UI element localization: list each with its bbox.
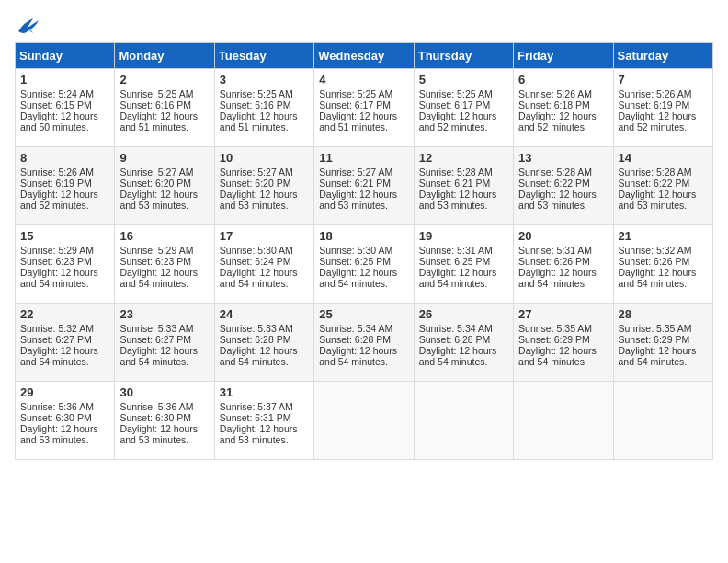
sunrise-text: Sunrise: 5:35 AM bbox=[619, 323, 692, 334]
header-row: SundayMondayTuesdayWednesdayThursdayFrid… bbox=[16, 43, 713, 69]
logo-icon bbox=[15, 15, 40, 35]
calendar-cell: 22Sunrise: 5:32 AMSunset: 6:27 PMDayligh… bbox=[16, 304, 115, 382]
sunset-text: Sunset: 6:27 PM bbox=[119, 334, 191, 345]
week-row-2: 8Sunrise: 5:26 AMSunset: 6:19 PMDaylight… bbox=[16, 147, 713, 225]
sunset-text: Sunset: 6:21 PM bbox=[419, 178, 491, 189]
day-number: 25 bbox=[319, 307, 408, 321]
sunrise-text: Sunrise: 5:25 AM bbox=[119, 88, 193, 99]
calendar-cell: 30Sunrise: 5:36 AMSunset: 6:30 PMDayligh… bbox=[115, 382, 214, 460]
sunset-text: Sunset: 6:19 PM bbox=[20, 178, 92, 189]
sunset-text: Sunset: 6:28 PM bbox=[419, 334, 491, 345]
sunrise-text: Sunrise: 5:36 AM bbox=[119, 401, 193, 412]
day-number: 6 bbox=[518, 73, 608, 86]
day-number: 22 bbox=[20, 307, 109, 321]
daylight-text: Daylight: 12 hours and 54 minutes. bbox=[619, 267, 697, 289]
week-row-1: 1Sunrise: 5:24 AMSunset: 6:15 PMDaylight… bbox=[16, 69, 713, 147]
daylight-text: Daylight: 12 hours and 53 minutes. bbox=[119, 189, 198, 211]
calendar-cell: 16Sunrise: 5:29 AMSunset: 6:23 PMDayligh… bbox=[115, 225, 214, 304]
calendar-cell: 19Sunrise: 5:31 AMSunset: 6:25 PMDayligh… bbox=[414, 225, 513, 304]
daylight-text: Daylight: 12 hours and 54 minutes. bbox=[119, 345, 198, 367]
sunrise-text: Sunrise: 5:29 AM bbox=[119, 245, 193, 256]
daylight-text: Daylight: 12 hours and 54 minutes. bbox=[518, 267, 597, 289]
daylight-text: Daylight: 12 hours and 54 minutes. bbox=[319, 267, 397, 289]
day-number: 13 bbox=[518, 151, 608, 165]
day-number: 1 bbox=[20, 73, 109, 86]
daylight-text: Daylight: 12 hours and 54 minutes. bbox=[20, 345, 98, 367]
day-number: 18 bbox=[319, 229, 408, 243]
sunrise-text: Sunrise: 5:24 AM bbox=[20, 88, 94, 99]
daylight-text: Daylight: 12 hours and 52 minutes. bbox=[619, 110, 697, 132]
sunrise-text: Sunrise: 5:27 AM bbox=[220, 167, 293, 178]
week-row-5: 29Sunrise: 5:36 AMSunset: 6:30 PMDayligh… bbox=[16, 382, 713, 460]
day-number: 2 bbox=[119, 73, 209, 86]
day-number: 12 bbox=[419, 151, 508, 165]
sunrise-text: Sunrise: 5:28 AM bbox=[518, 167, 592, 178]
day-number: 4 bbox=[319, 73, 408, 86]
daylight-text: Daylight: 12 hours and 53 minutes. bbox=[220, 423, 298, 445]
sunset-text: Sunset: 6:19 PM bbox=[619, 99, 690, 110]
sunset-text: Sunset: 6:20 PM bbox=[220, 178, 291, 189]
sunrise-text: Sunrise: 5:25 AM bbox=[319, 88, 392, 99]
sunrise-text: Sunrise: 5:25 AM bbox=[220, 88, 293, 99]
day-number: 24 bbox=[220, 307, 309, 321]
day-number: 7 bbox=[619, 73, 708, 86]
sunrise-text: Sunrise: 5:30 AM bbox=[220, 245, 293, 256]
sunrise-text: Sunrise: 5:29 AM bbox=[20, 245, 94, 256]
sunrise-text: Sunrise: 5:32 AM bbox=[20, 323, 94, 334]
sunrise-text: Sunrise: 5:31 AM bbox=[419, 245, 493, 256]
calendar-body: 1Sunrise: 5:24 AMSunset: 6:15 PMDaylight… bbox=[16, 69, 713, 460]
calendar-cell bbox=[314, 382, 414, 460]
calendar-cell: 5Sunrise: 5:25 AMSunset: 6:17 PMDaylight… bbox=[414, 69, 513, 147]
calendar-cell: 13Sunrise: 5:28 AMSunset: 6:22 PMDayligh… bbox=[514, 147, 613, 225]
daylight-text: Daylight: 12 hours and 52 minutes. bbox=[518, 110, 597, 132]
sunset-text: Sunset: 6:23 PM bbox=[119, 256, 191, 267]
sunrise-text: Sunrise: 5:28 AM bbox=[619, 167, 692, 178]
calendar-cell: 23Sunrise: 5:33 AMSunset: 6:27 PMDayligh… bbox=[115, 304, 214, 382]
day-number: 5 bbox=[419, 73, 508, 86]
calendar-cell: 28Sunrise: 5:35 AMSunset: 6:29 PMDayligh… bbox=[613, 304, 712, 382]
daylight-text: Daylight: 12 hours and 54 minutes. bbox=[319, 345, 397, 367]
day-number: 20 bbox=[518, 229, 608, 243]
daylight-text: Daylight: 12 hours and 54 minutes. bbox=[518, 345, 597, 367]
day-number: 16 bbox=[119, 229, 209, 243]
day-number: 10 bbox=[220, 151, 309, 165]
day-number: 11 bbox=[319, 151, 408, 165]
column-header-friday: Friday bbox=[514, 43, 613, 69]
day-number: 8 bbox=[20, 151, 109, 165]
calendar-cell: 12Sunrise: 5:28 AMSunset: 6:21 PMDayligh… bbox=[414, 147, 513, 225]
calendar-cell: 7Sunrise: 5:26 AMSunset: 6:19 PMDaylight… bbox=[613, 69, 712, 147]
week-row-3: 15Sunrise: 5:29 AMSunset: 6:23 PMDayligh… bbox=[16, 225, 713, 304]
day-number: 3 bbox=[220, 73, 309, 86]
day-number: 30 bbox=[119, 385, 209, 399]
day-number: 28 bbox=[619, 307, 708, 321]
column-header-monday: Monday bbox=[115, 43, 214, 69]
sunset-text: Sunset: 6:30 PM bbox=[20, 412, 92, 423]
calendar-header: SundayMondayTuesdayWednesdayThursdayFrid… bbox=[16, 43, 713, 69]
day-number: 9 bbox=[119, 151, 209, 165]
column-header-thursday: Thursday bbox=[414, 43, 513, 69]
calendar-cell: 24Sunrise: 5:33 AMSunset: 6:28 PMDayligh… bbox=[214, 304, 313, 382]
sunset-text: Sunset: 6:20 PM bbox=[119, 178, 191, 189]
sunset-text: Sunset: 6:25 PM bbox=[419, 256, 491, 267]
sunset-text: Sunset: 6:16 PM bbox=[119, 99, 191, 110]
sunset-text: Sunset: 6:30 PM bbox=[119, 412, 191, 423]
page-container: SundayMondayTuesdayWednesdayThursdayFrid… bbox=[15, 15, 713, 460]
sunrise-text: Sunrise: 5:32 AM bbox=[619, 245, 692, 256]
sunrise-text: Sunrise: 5:25 AM bbox=[419, 88, 493, 99]
calendar-cell: 17Sunrise: 5:30 AMSunset: 6:24 PMDayligh… bbox=[214, 225, 313, 304]
calendar-cell: 11Sunrise: 5:27 AMSunset: 6:21 PMDayligh… bbox=[314, 147, 414, 225]
sunrise-text: Sunrise: 5:34 AM bbox=[319, 323, 392, 334]
day-number: 27 bbox=[518, 307, 608, 321]
calendar-cell: 3Sunrise: 5:25 AMSunset: 6:16 PMDaylight… bbox=[214, 69, 313, 147]
calendar-table: SundayMondayTuesdayWednesdayThursdayFrid… bbox=[15, 42, 713, 460]
day-number: 14 bbox=[619, 151, 708, 165]
sunrise-text: Sunrise: 5:33 AM bbox=[119, 323, 193, 334]
calendar-cell bbox=[414, 382, 513, 460]
calendar-cell: 20Sunrise: 5:31 AMSunset: 6:26 PMDayligh… bbox=[514, 225, 613, 304]
daylight-text: Daylight: 12 hours and 54 minutes. bbox=[419, 345, 497, 367]
daylight-text: Daylight: 12 hours and 54 minutes. bbox=[220, 345, 298, 367]
sunset-text: Sunset: 6:27 PM bbox=[20, 334, 92, 345]
daylight-text: Daylight: 12 hours and 53 minutes. bbox=[419, 189, 497, 211]
daylight-text: Daylight: 12 hours and 50 minutes. bbox=[20, 110, 98, 132]
calendar-cell: 8Sunrise: 5:26 AMSunset: 6:19 PMDaylight… bbox=[16, 147, 115, 225]
